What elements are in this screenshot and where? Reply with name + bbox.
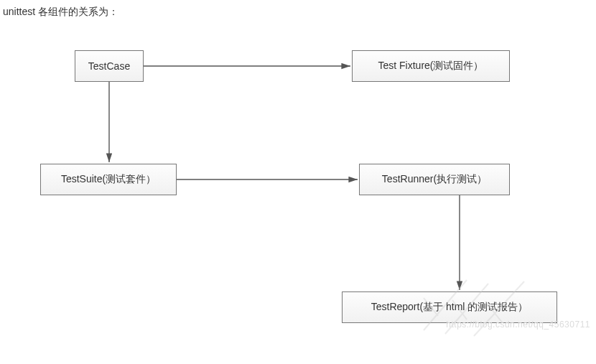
- node-testrunner: TestRunner(执行测试）: [359, 164, 510, 195]
- diagram-canvas: unittest 各组件的关系为： TestCase Test Fixture(…: [0, 0, 596, 364]
- page-title: unittest 各组件的关系为：: [3, 6, 118, 19]
- node-label: TestSuite(测试套件）: [61, 173, 156, 186]
- node-fixture: Test Fixture(测试固件）: [352, 50, 510, 82]
- node-label: TestCase: [88, 60, 130, 72]
- node-label: TestReport(基于 html 的测试报告）: [371, 301, 529, 314]
- node-testreport: TestReport(基于 html 的测试报告）: [342, 291, 557, 323]
- node-testcase: TestCase: [75, 50, 144, 82]
- node-testsuite: TestSuite(测试套件）: [40, 164, 177, 195]
- node-label: Test Fixture(测试固件）: [378, 60, 483, 73]
- node-label: TestRunner(执行测试）: [382, 173, 487, 186]
